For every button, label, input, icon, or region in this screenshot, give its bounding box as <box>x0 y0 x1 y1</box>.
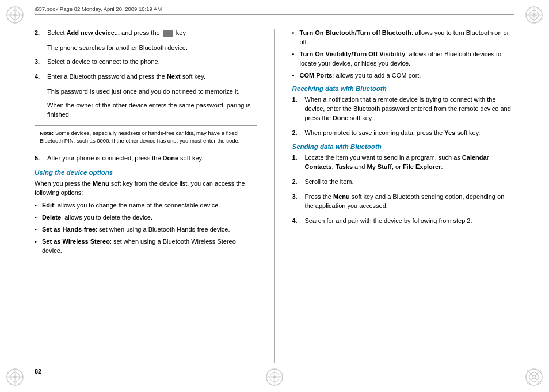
bullet-edit-label: Edit <box>42 202 54 209</box>
receiving-item-1-number: 1. <box>292 95 305 123</box>
sending-item-4-number: 4. <box>292 217 305 226</box>
corner-decoration-br <box>524 367 544 387</box>
page-header: i637.book Page 82 Monday, April 20, 2009… <box>35 6 514 15</box>
bullet-delete: • Delete: allows you to delete the devic… <box>35 213 257 222</box>
item-4-sub1: This password is used just once and you … <box>47 87 257 97</box>
bullet-com-ports-label: COM Ports <box>300 72 333 79</box>
svg-point-9 <box>533 14 536 17</box>
receiving-item-2: 2. When prompted to save incoming data, … <box>292 129 515 138</box>
section-using-intro: When you press the Menu soft key from th… <box>35 179 257 198</box>
bullet-delete-label: Delete <box>42 214 61 221</box>
sending-item-3-menu: Menu <box>333 193 350 200</box>
receiving-item-2-content: When prompted to save incoming data, pre… <box>305 129 515 138</box>
bullet-com-ports: • COM Ports: allows you to add a COM por… <box>292 71 515 80</box>
bullet-visibility-label: Turn On Visibility/Turn Off Visibility <box>300 51 406 57</box>
page-container: i637.book Page 82 Monday, April 20, 2009… <box>0 0 549 392</box>
sending-item-1-number: 1. <box>292 153 305 172</box>
receiving-item-2-yes: Yes <box>444 129 455 136</box>
receiving-item-2-number: 2. <box>292 129 305 138</box>
sending-item-4: 4. Search for and pair with the device b… <box>292 217 515 226</box>
bullet-turn-on-bt-label: Turn On Bluetooth/Turn off Bluetooth <box>300 29 412 36</box>
svg-point-17 <box>533 376 536 379</box>
bullet-turn-on-bt: • Turn On Bluetooth/Turn off Bluetooth: … <box>292 29 515 47</box>
item-4-content: Enter a Bluetooth password and press the… <box>47 72 257 82</box>
section-receiving-title: Receiving data with Bluetooth <box>292 85 515 92</box>
list-item-2: 2. Select Add new device... and press th… <box>35 29 257 38</box>
item-2-content: Select Add new device... and press the k… <box>47 29 257 38</box>
item-5-bold-done: Done <box>163 155 179 162</box>
menu-bold-intro: Menu <box>93 180 109 187</box>
sending-item-2: 2. Scroll to the item. <box>292 178 515 187</box>
bullet-wireless-stereo: • Set as Wireless Stereo: set when using… <box>35 237 257 256</box>
item-5-number: 5. <box>35 154 47 163</box>
sending-tasks: Tasks <box>336 163 353 170</box>
item-4-sub2: When the owner of the other device enter… <box>47 101 257 120</box>
item-3-content: Select a device to connect to the phone. <box>47 57 257 67</box>
sending-item-2-number: 2. <box>292 178 305 187</box>
sending-item-4-content: Search for and pair with the device by f… <box>305 217 515 226</box>
item-4-bold-next: Next <box>167 73 181 80</box>
sending-calendar: Calendar <box>462 154 489 161</box>
right-column: • Turn On Bluetooth/Turn off Bluetooth: … <box>292 23 515 363</box>
item-2-sub: The phone searches for another Bluetooth… <box>47 44 257 53</box>
sending-item-1: 1. Locate the item you want to send in a… <box>292 153 515 172</box>
bullet-edit: • Edit: allows you to change the name of… <box>35 201 257 210</box>
sending-item-3: 3. Press the Menu soft key and a Bluetoo… <box>292 193 515 211</box>
corner-decoration-tl <box>5 5 25 25</box>
page-number: 82 <box>35 368 41 375</box>
svg-point-14 <box>14 376 17 379</box>
note-box: Note: Some devices, especially headsets … <box>35 125 257 149</box>
item-2-number: 2. <box>35 29 47 38</box>
sending-contacts: Contacts <box>305 163 332 170</box>
header-text: i637.book Page 82 Monday, April 20, 2009… <box>35 6 162 12</box>
corner-decoration-bl <box>5 367 25 387</box>
sending-item-3-content: Press the Menu soft key and a Bluetooth … <box>305 193 515 211</box>
list-item-4: 4. Enter a Bluetooth password and press … <box>35 72 257 82</box>
note-label: Note: <box>40 130 54 136</box>
main-content: 2. Select Add new device... and press th… <box>35 23 514 363</box>
note-text: Some devices, especially headsets or han… <box>40 130 240 144</box>
left-column: 2. Select Add new device... and press th… <box>35 23 257 363</box>
center-bottom-decoration <box>264 367 285 387</box>
item-5-content: After your phone is connected, press the… <box>47 154 257 163</box>
bullet-wireless-stereo-label: Set as Wireless Stereo <box>42 238 110 245</box>
bullet-visibility: • Turn On Visibility/Turn Off Visibility… <box>292 50 515 68</box>
item-2-bold: Add new device... <box>67 29 120 36</box>
bullet-handsfree-label: Set as Hands-free <box>42 226 96 233</box>
receiving-item-1-content: When a notification that a remote device… <box>305 95 515 123</box>
svg-point-22 <box>273 376 276 379</box>
bullet-handsfree: • Set as Hands-free: set when using a Bl… <box>35 225 257 235</box>
sending-item-1-content: Locate the item you want to send in a pr… <box>305 153 515 172</box>
list-item-5: 5. After your phone is connected, press … <box>35 154 257 163</box>
list-item-3: 3. Select a device to connect to the pho… <box>35 57 257 67</box>
item-4-number: 4. <box>35 72 47 82</box>
section-sending-title: Sending data with Bluetooth <box>292 143 515 150</box>
receiving-item-1: 1. When a notification that a remote dev… <box>292 95 515 123</box>
item-3-number: 3. <box>35 57 47 67</box>
sending-item-3-number: 3. <box>292 193 305 211</box>
column-divider <box>274 29 275 363</box>
corner-decoration-tr <box>524 5 544 25</box>
sending-mystuff: My Stuff <box>367 163 392 170</box>
sending-item-2-content: Scroll to the item. <box>305 178 515 187</box>
receiving-item-1-done: Done <box>333 114 349 121</box>
section-using-title: Using the device options <box>35 169 257 176</box>
sending-fileexplorer: File Explorer <box>403 163 441 170</box>
svg-point-4 <box>14 14 17 17</box>
